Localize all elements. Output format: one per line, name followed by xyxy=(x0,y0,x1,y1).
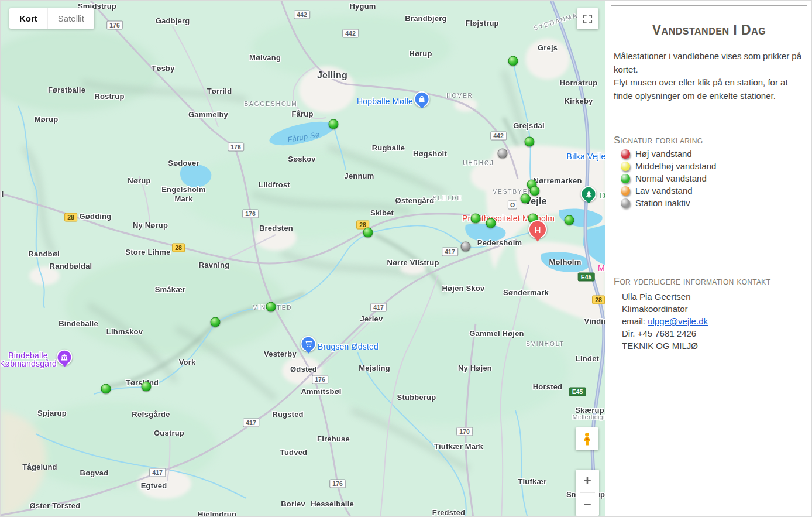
contact-email-prefix: email: xyxy=(622,316,648,326)
station-marker[interactable] xyxy=(521,194,531,204)
dyrehave-park-pin[interactable] xyxy=(581,186,597,202)
station-marker[interactable] xyxy=(471,214,481,224)
legend-item: Station inaktiv xyxy=(621,198,804,208)
legend-item-label: Høj vandstand xyxy=(635,149,692,159)
legend-item: Normal vandstand xyxy=(621,174,804,183)
legend-item: Høj vandstand xyxy=(621,149,804,159)
hospital-pin[interactable]: H xyxy=(528,220,547,239)
legend-item: Middelhøj vandstand xyxy=(621,162,804,171)
legend-item: Lav vandstand xyxy=(621,186,804,196)
tree-icon xyxy=(585,190,592,197)
brugsen-oedsted-poi-pin[interactable] xyxy=(301,336,316,352)
bindeballe-koebmandsgaard-poi-pin[interactable] xyxy=(57,350,73,365)
zoom-control: + − xyxy=(576,470,599,516)
museum-building-icon xyxy=(61,354,68,361)
contact-phone: Dir. +45 7681 2426 xyxy=(622,327,804,340)
zoom-in-button[interactable]: + xyxy=(576,470,599,492)
intro-line-2: Flyt musen over eller klik på en station… xyxy=(614,76,804,102)
contact-department: TEKNIK OG MILJØ xyxy=(622,340,804,352)
zoom-out-button[interactable]: − xyxy=(576,493,599,516)
legend-heading: Signatur forklaring xyxy=(614,135,804,146)
legend-dot-icon xyxy=(621,186,630,196)
divider xyxy=(611,5,807,6)
fullscreen-icon xyxy=(583,14,593,24)
legend-item-label: Middelhøj vandstand xyxy=(635,162,716,171)
map-type-kort-button[interactable]: Kort xyxy=(9,8,47,29)
map-type-satellit-button[interactable]: Satellit xyxy=(47,8,94,29)
intro-line-1: Målestationer i vandløbene vises som pri… xyxy=(614,50,804,76)
map-terrain-graphic xyxy=(1,1,605,517)
legend-item-label: Station inaktiv xyxy=(635,198,690,208)
divider xyxy=(611,358,807,358)
map-type-control: Kort Satellit xyxy=(9,8,94,29)
info-sidebar: Vandstanden I Dag Målestationer i vandlø… xyxy=(605,1,812,517)
legend-dot-icon xyxy=(621,198,630,208)
contact-email-link[interactable]: ulpge@vejle.dk xyxy=(648,316,708,326)
page-title: Vandstanden I Dag xyxy=(614,22,804,38)
station-marker[interactable] xyxy=(530,186,540,196)
legend-dot-icon xyxy=(621,174,630,183)
contact-email-row: email: ulpge@vejle.dk xyxy=(622,315,804,327)
vandstanden-app: SmidstrupGadbjergHygumBrandbjergFløjstru… xyxy=(0,0,812,517)
station-marker[interactable] xyxy=(508,56,518,66)
station-marker[interactable] xyxy=(211,317,221,327)
legend-dot-icon xyxy=(621,162,630,171)
station-marker[interactable] xyxy=(142,382,152,392)
station-marker[interactable] xyxy=(486,218,496,228)
station-marker[interactable] xyxy=(363,228,373,238)
station-marker[interactable] xyxy=(461,242,471,252)
pegman-button[interactable] xyxy=(576,427,598,450)
legend-list: Høj vandstand Middelhøj vandstand Normal… xyxy=(614,149,804,208)
contact-role: Klimakoordinator xyxy=(622,303,804,315)
station-marker[interactable] xyxy=(565,215,574,225)
legend-item-label: Lav vandstand xyxy=(635,186,693,196)
legend-dot-icon xyxy=(621,149,630,159)
pegman-icon xyxy=(581,432,593,446)
shopping-bag-icon xyxy=(419,96,425,102)
station-marker[interactable] xyxy=(101,384,111,394)
station-marker[interactable] xyxy=(329,119,339,129)
station-marker[interactable] xyxy=(266,302,276,312)
hopballe-moelle-poi-pin[interactable] xyxy=(414,91,430,107)
station-marker[interactable] xyxy=(498,149,508,159)
legend-item-label: Normal vandstand xyxy=(635,174,707,183)
station-marker[interactable] xyxy=(525,137,535,147)
map-canvas[interactable]: SmidstrupGadbjergHygumBrandbjergFløjstru… xyxy=(1,1,605,517)
intro-text: Målestationer i vandløbene vises som pri… xyxy=(614,50,804,102)
divider xyxy=(611,124,807,124)
contact-name: Ulla Pia Geertsen xyxy=(622,290,804,303)
fullscreen-button[interactable] xyxy=(577,8,598,29)
shopping-cart-icon xyxy=(305,340,312,347)
contact-heading: For yderligere information kontakt xyxy=(614,276,804,287)
hospital-letter: H xyxy=(535,224,541,234)
